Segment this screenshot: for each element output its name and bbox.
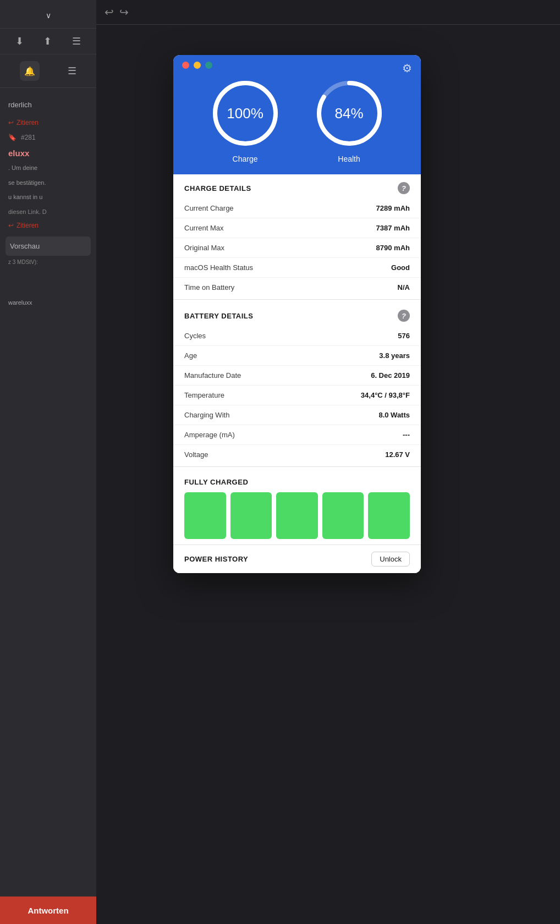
health-percent-label: 84% (334, 105, 363, 122)
sidebar-nav-icons: 🔔 ☰ (0, 54, 96, 88)
cite-icon-1: ↩ (8, 119, 14, 127)
window-body: CHARGE DETAILS ? Current Charge 7289 mAh… (173, 174, 421, 573)
battery-details-header: BATTERY DETAILS ? (173, 302, 421, 326)
battery-detail-row: Temperature 34,4°C / 93,8°F (173, 385, 421, 405)
power-history-section: POWER HISTORY Unlock (173, 544, 421, 573)
sidebar-content: rderlich ↩ Zitieren 🔖 #281 eluxx . Um de… (0, 88, 96, 317)
forward-icon[interactable]: ↪ (119, 6, 129, 19)
sidebar-dropdown[interactable]: ∨ (46, 11, 51, 20)
unlock-button[interactable]: Unlock (371, 552, 410, 566)
cite-button-2[interactable]: ↩ Zitieren (6, 219, 91, 232)
cite-icon-2: ↩ (8, 222, 14, 229)
window-controls (182, 62, 412, 69)
charge-detail-value: N/A (398, 283, 410, 292)
charge-detail-label: macOS Health Status (184, 263, 253, 272)
battery-detail-row: Voltage 12.67 V (173, 444, 421, 464)
notification-button[interactable]: 🔔 (20, 61, 40, 81)
back-icon[interactable]: ↩ (105, 6, 114, 19)
charge-bar-4 (322, 492, 364, 539)
sidebar: ∨ ⬇ ⬆ ☰ 🔔 ☰ rderlich ↩ Zitieren 🔖 #281 e… (0, 0, 96, 924)
charge-detail-row: macOS Health Status Good (173, 257, 421, 277)
power-history-title: POWER HISTORY (184, 555, 248, 563)
close-button[interactable] (182, 62, 189, 69)
bell-icon: 🔔 (24, 66, 35, 76)
post-meta: 🔖 #281 (6, 129, 91, 146)
fully-charged-title: FULLY CHARGED (184, 478, 248, 486)
forum-toolbar: ↩ ↪ (96, 0, 560, 25)
text-block-3: u kannst in u (6, 190, 91, 205)
charge-detail-row: Current Max 7387 mAh (173, 218, 421, 238)
battery-detail-value: 3.8 years (379, 351, 410, 360)
link-text[interactable]: diesen Link. D (6, 205, 91, 219)
charge-details-header: CHARGE DETAILS ? (173, 174, 421, 199)
share-icon[interactable]: ⬆ (43, 35, 52, 47)
charge-bar-3 (276, 492, 318, 539)
charge-detail-label: Current Max (184, 224, 224, 232)
battery-detail-row: Cycles 576 (173, 326, 421, 345)
health-title: Health (314, 155, 385, 163)
battery-detail-value: 8.0 Watts (378, 411, 410, 419)
bookmark-icon: 🔖 (8, 134, 17, 141)
charge-detail-label: Current Charge (184, 204, 234, 212)
preview-block: Vorschau (6, 237, 91, 256)
menu-lines-icon[interactable]: ☰ (72, 35, 81, 47)
battery-details-title: BATTERY DETAILS (184, 312, 253, 320)
charge-bars-row (184, 492, 410, 539)
footer-text: wareluxx (6, 296, 91, 309)
battery-detail-label: Cycles (184, 332, 206, 340)
battery-detail-value: 576 (398, 332, 410, 340)
health-circle: 84% (314, 78, 385, 149)
gauges-row: 100% Charge 84% Health (182, 78, 412, 163)
text-block-2: se bestätigen. (6, 175, 91, 190)
sidebar-tools: ⬇ ⬆ ☰ (0, 29, 96, 54)
battery-detail-label: Voltage (184, 450, 208, 459)
charge-detail-value: Good (391, 263, 410, 272)
antworten-button[interactable]: Antworten (0, 897, 96, 924)
download-icon[interactable]: ⬇ (15, 35, 24, 47)
battery-detail-label: Temperature (184, 391, 224, 399)
battery-details-help-icon[interactable]: ? (398, 310, 410, 322)
section-divider-2 (173, 466, 421, 467)
charge-bar-5 (368, 492, 410, 539)
battery-details-rows: Cycles 576 Age 3.8 years Manufacture Dat… (173, 326, 421, 464)
minimize-button[interactable] (194, 62, 201, 69)
charge-title: Charge (210, 155, 281, 163)
battery-window: ⚙ 100% Charge (173, 55, 421, 573)
charge-details-title: CHARGE DETAILS (184, 184, 251, 193)
fully-charged-section: FULLY CHARGED (173, 469, 421, 544)
text-block-1: . Um deine (6, 161, 91, 175)
charge-detail-label: Time on Battery (184, 283, 234, 292)
window-header: ⚙ 100% Charge (173, 55, 421, 174)
charge-gauge: 100% Charge (210, 78, 281, 163)
battery-detail-label: Charging With (184, 411, 229, 419)
post-number: #281 (21, 134, 36, 141)
charge-detail-row: Time on Battery N/A (173, 277, 421, 297)
preview-label: Vorschau (10, 242, 86, 250)
charge-detail-row: Current Charge 7289 mAh (173, 199, 421, 218)
gear-icon[interactable]: ⚙ (402, 62, 412, 75)
charge-percent-label: 100% (227, 105, 263, 122)
battery-detail-row: Manufacture Date 6. Dec 2019 (173, 365, 421, 385)
charge-bar-1 (184, 492, 226, 539)
battery-detail-value: 12.67 V (385, 450, 410, 459)
battery-detail-value: 6. Dec 2019 (371, 371, 410, 380)
sidebar-text-rderlich: rderlich (6, 96, 91, 113)
charge-bar-2 (230, 492, 272, 539)
battery-detail-row: Age 3.8 years (173, 345, 421, 365)
dropdown-arrow-icon: ∨ (46, 11, 51, 20)
charge-details-rows: Current Charge 7289 mAh Current Max 7387… (173, 199, 421, 297)
hamburger-icon[interactable]: ☰ (68, 65, 76, 77)
cite-button-1[interactable]: ↩ Zitieren (6, 116, 91, 129)
battery-detail-label: Manufacture Date (184, 371, 241, 380)
health-gauge: 84% Health (314, 78, 385, 163)
charge-detail-value: 7289 mAh (376, 204, 410, 212)
charge-details-help-icon[interactable]: ? (398, 182, 410, 194)
charge-detail-row: Original Max 8790 mAh (173, 238, 421, 257)
charge-circle: 100% (210, 78, 281, 149)
maximize-button[interactable] (205, 62, 212, 69)
battery-detail-label: Amperage (mA) (184, 431, 235, 439)
charge-detail-value: 7387 mAh (376, 224, 410, 232)
charge-detail-label: Original Max (184, 244, 224, 252)
battery-detail-row: Charging With 8.0 Watts (173, 405, 421, 425)
sidebar-header: ∨ (0, 0, 96, 29)
